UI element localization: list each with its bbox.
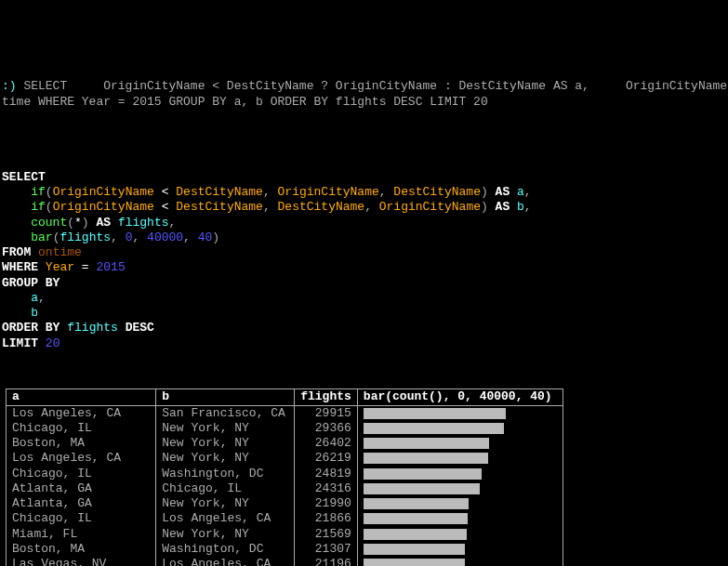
cell-b: San Francisco, CA xyxy=(156,405,295,421)
cell-b: New York, NY xyxy=(156,451,295,466)
bar-fill xyxy=(364,453,488,464)
bar-fill xyxy=(364,423,504,434)
table-row: Atlanta, GAChicago, IL24316 xyxy=(7,481,563,496)
cell-bar xyxy=(357,467,563,481)
cell-flights: 26402 xyxy=(295,436,358,451)
fn-bar: bar xyxy=(31,230,52,244)
bar-fill xyxy=(364,468,482,480)
cell-b: Washington, DC xyxy=(156,542,295,557)
cell-flights: 26219 xyxy=(295,451,358,466)
kw-desc: DESC xyxy=(126,321,154,335)
result-table: a b flights bar(count(), 0, 40000, 40) L… xyxy=(6,388,563,566)
col: DestCityName xyxy=(176,185,263,199)
alias: b xyxy=(517,200,524,214)
cell-bar xyxy=(357,405,563,421)
cell-flights: 24819 xyxy=(295,467,358,481)
col: DestCityName xyxy=(176,200,263,214)
bar-fill xyxy=(364,529,467,540)
kw-as: AS xyxy=(496,185,510,199)
cell-b: New York, NY xyxy=(156,421,295,436)
cell-a: Los Angeles, CA xyxy=(7,405,156,421)
cell-b: New York, NY xyxy=(156,496,295,511)
kw-select: SELECT xyxy=(2,170,46,184)
table-row: Boston, MAWashington, DC21307 xyxy=(7,542,563,557)
cli-input-line2: time WHERE Year = 2015 GROUP BY a, b ORD… xyxy=(2,95,488,109)
cell-bar xyxy=(357,557,563,566)
bar-fill xyxy=(364,498,469,509)
cell-b: Los Angeles, CA xyxy=(156,557,295,566)
op-eq: = xyxy=(82,260,89,274)
col-header-flights: flights xyxy=(295,389,358,405)
kw-from: FROM xyxy=(2,245,31,259)
col-header-bar: bar(count(), 0, 40000, 40) xyxy=(357,389,563,405)
bar-fill xyxy=(364,544,465,555)
cell-a: Los Angeles, CA xyxy=(7,451,156,466)
cell-bar xyxy=(357,496,563,511)
prompt-symbol: :) xyxy=(2,79,23,93)
col: OriginCityName xyxy=(379,200,481,214)
col: OriginCityName xyxy=(53,200,154,214)
cell-b: Washington, DC xyxy=(156,467,295,481)
col-header-a: a xyxy=(7,389,156,405)
cell-a: Boston, MA xyxy=(7,542,156,557)
num-lit: 40000 xyxy=(147,230,183,244)
table-row: Miami, FLNew York, NY21569 xyxy=(7,527,563,542)
col: DestCityName xyxy=(278,200,365,214)
sql-formatted: SELECT if(OriginCityName < DestCityName,… xyxy=(2,170,726,351)
cell-a: Boston, MA xyxy=(7,436,156,451)
op-lt: < xyxy=(162,185,169,199)
cell-bar xyxy=(357,481,563,496)
alias-ref: a xyxy=(31,291,38,305)
cell-flights: 29915 xyxy=(295,405,358,421)
col: OriginCityName xyxy=(53,185,154,199)
kw-orderby: ORDER BY xyxy=(2,321,60,335)
cli-input-echo: :) SELECT OriginCityName < DestCityName … xyxy=(2,79,726,110)
num-lit: 40 xyxy=(198,230,213,244)
cell-b: Los Angeles, CA xyxy=(156,511,295,526)
col: DestCityName xyxy=(393,185,481,199)
cell-flights: 21196 xyxy=(295,557,358,566)
comma: , xyxy=(524,200,532,214)
op-lt: < xyxy=(162,200,169,214)
alias: a xyxy=(517,185,524,199)
cell-a: Atlanta, GA xyxy=(7,496,156,511)
cell-bar xyxy=(357,527,563,542)
col: OriginCityName xyxy=(278,185,379,199)
bar-fill xyxy=(364,559,465,566)
cell-bar xyxy=(357,451,563,466)
kw-where: WHERE xyxy=(2,260,38,274)
table-row: Los Angeles, CASan Francisco, CA29915 xyxy=(7,405,563,421)
cell-a: Las Vegas, NV xyxy=(7,557,156,566)
comma: , xyxy=(169,216,177,230)
table-name: ontime xyxy=(38,245,82,259)
table-row: Las Vegas, NVLos Angeles, CA21196 xyxy=(7,557,563,566)
star: * xyxy=(74,216,82,230)
comma: , xyxy=(38,291,46,305)
kw-groupby: GROUP BY xyxy=(2,276,60,290)
col-header-b: b xyxy=(156,389,295,405)
cell-bar xyxy=(357,542,563,557)
cell-a: Chicago, IL xyxy=(7,511,156,526)
fn-count: count xyxy=(31,216,67,230)
cell-flights: 29366 xyxy=(295,421,358,436)
table-row: Atlanta, GANew York, NY21990 xyxy=(7,496,563,511)
fn-if: if xyxy=(31,200,46,214)
kw-as: AS xyxy=(96,216,111,230)
cli-input-line1: SELECT OriginCityName < DestCityName ? O… xyxy=(23,79,728,93)
alias-ref: b xyxy=(31,306,38,320)
alias: flights xyxy=(118,216,169,230)
table-row: Chicago, ILNew York, NY29366 xyxy=(7,421,563,436)
cell-flights: 21990 xyxy=(295,496,358,511)
cell-a: Chicago, IL xyxy=(7,467,156,481)
cell-b: New York, NY xyxy=(156,527,295,542)
cell-bar xyxy=(357,421,563,436)
comma: , xyxy=(524,185,532,199)
bar-fill xyxy=(364,408,506,419)
cell-b: New York, NY xyxy=(156,436,295,451)
table-row: Chicago, ILLos Angeles, CA21866 xyxy=(7,511,563,526)
num-lit: 2015 xyxy=(96,260,125,274)
cell-flights: 21569 xyxy=(295,527,358,542)
cell-flights: 21307 xyxy=(295,542,358,557)
cell-flights: 21866 xyxy=(295,511,358,526)
kw-as: AS xyxy=(496,200,510,214)
